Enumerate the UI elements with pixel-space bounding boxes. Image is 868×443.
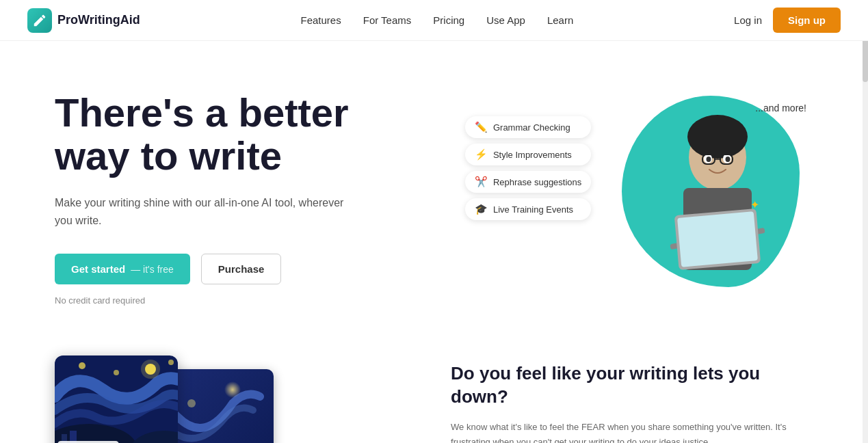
more-label: ...and more!	[755, 103, 806, 113]
svg-point-19	[141, 360, 160, 379]
bottom-right: Do you feel like your writing lets you d…	[451, 355, 813, 443]
get-started-button[interactable]: Get started — it's free	[55, 254, 190, 284]
svg-point-16	[187, 399, 196, 407]
cards-container: My idea in my head	[55, 355, 287, 443]
hero-title: There's a better way to write	[55, 91, 472, 178]
navbar: ProWritingAid Features For Teams Pricing…	[0, 0, 868, 41]
no-credit-text: No credit card required	[55, 295, 472, 306]
hero-section: There's a better way to write Make your …	[0, 41, 868, 342]
rephrase-icon: ✂️	[475, 176, 488, 188]
logo-container[interactable]: ProWritingAid	[27, 8, 140, 33]
svg-rect-5	[677, 211, 758, 267]
signup-button[interactable]: Sign up	[773, 8, 841, 33]
starry-night-art: My idea in my head	[55, 355, 178, 443]
training-icon: 🎓	[475, 203, 488, 215]
pill-grammar: ✏️ Grammar Checking	[465, 116, 591, 138]
nav-learn[interactable]: Learn	[547, 14, 573, 26]
starry-night-card: My idea in my head	[55, 355, 178, 443]
svg-point-21	[114, 370, 119, 375]
nav-actions: Log in Sign up	[734, 8, 841, 33]
bottom-section: My idea in my head Do you feel like your…	[0, 342, 868, 443]
hero-content: There's a better way to write Make your …	[55, 91, 472, 306]
nav-pricing[interactable]: Pricing	[433, 14, 464, 26]
svg-text:✦: ✦	[750, 199, 759, 211]
purchase-button[interactable]: Purchase	[201, 254, 282, 284]
login-button[interactable]: Log in	[734, 14, 762, 26]
svg-point-9	[725, 157, 730, 162]
pill-rephrase: ✂️ Rephrase suggestions	[465, 171, 591, 193]
pill-style: ⚡ Style Improvements	[465, 144, 591, 165]
hero-illustration: ✏️ Grammar Checking ⚡ Style Improvements…	[472, 82, 813, 314]
hero-cta-container: Get started — it's free Purchase	[55, 254, 472, 284]
scrollbar-track[interactable]	[863, 0, 868, 443]
feature-pills-container: ✏️ Grammar Checking ⚡ Style Improvements…	[465, 116, 591, 220]
section-title: Do you feel like your writing lets you d…	[451, 362, 813, 409]
pill-training: 🎓 Live Training Events	[465, 198, 591, 220]
nav-use-app[interactable]: Use App	[486, 14, 525, 26]
svg-point-22	[168, 360, 174, 365]
svg-point-20	[79, 362, 86, 369]
nav-features[interactable]: Features	[301, 14, 341, 26]
grammar-icon: ✏️	[475, 121, 488, 133]
svg-point-1	[687, 115, 748, 159]
style-icon: ⚡	[475, 148, 488, 161]
bottom-left: My idea in my head	[55, 355, 396, 443]
logo-icon	[27, 8, 52, 33]
nav-for-teams[interactable]: For Teams	[363, 14, 412, 26]
section-text: We know what it's like to feel the FEAR …	[451, 420, 813, 443]
svg-point-8	[706, 157, 711, 162]
person-svg: ✦	[649, 109, 786, 314]
hero-subtitle: Make your writing shine with our all-in-…	[55, 194, 356, 229]
svg-point-14	[224, 381, 241, 398]
nav-links: Features For Teams Pricing Use App Learn	[301, 14, 574, 27]
brand-name: ProWritingAid	[57, 13, 140, 27]
